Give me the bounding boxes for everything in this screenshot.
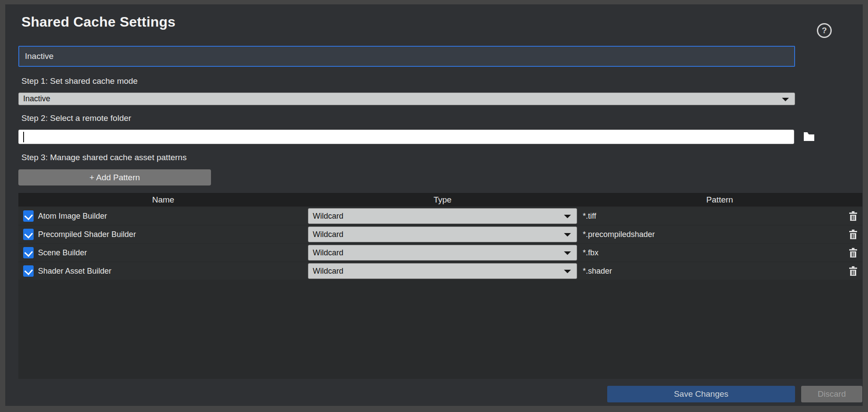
cache-mode-select-value: Inactive bbox=[23, 94, 50, 103]
row-checkbox[interactable] bbox=[23, 265, 34, 277]
patterns-table-header: Name Type Pattern bbox=[18, 193, 862, 206]
row-type-value: Wildcard bbox=[313, 267, 343, 276]
column-header-type: Type bbox=[308, 193, 577, 206]
row-type-select[interactable]: Wildcard bbox=[308, 245, 577, 261]
row-name: Atom Image Builder bbox=[38, 207, 107, 225]
row-type-select[interactable]: Wildcard bbox=[308, 263, 577, 279]
table-row: Scene Builder Wildcard *.fbx bbox=[18, 244, 862, 261]
delete-row-button[interactable] bbox=[847, 247, 859, 258]
cache-mode-value: Inactive bbox=[25, 52, 53, 61]
row-checkbox[interactable] bbox=[23, 229, 34, 240]
step1-label: Step 1: Set shared cache mode bbox=[21, 76, 138, 86]
row-pattern: *.tiff bbox=[583, 207, 596, 225]
row-name: Scene Builder bbox=[38, 244, 87, 261]
question-mark-icon: ? bbox=[822, 26, 827, 35]
discard-button[interactable]: Discard bbox=[801, 386, 862, 402]
shared-cache-settings-window: Shared Cache Settings ? Inactive Step 1:… bbox=[0, 0, 868, 412]
row-type-select[interactable]: Wildcard bbox=[308, 227, 577, 242]
chevron-down-icon bbox=[564, 215, 571, 218]
chevron-down-icon bbox=[564, 251, 571, 255]
step2-label: Step 2: Select a remote folder bbox=[21, 113, 131, 123]
page-title: Shared Cache Settings bbox=[21, 14, 176, 30]
row-name: Precompiled Shader Builder bbox=[38, 226, 136, 243]
chevron-down-icon bbox=[782, 98, 789, 101]
delete-row-button[interactable] bbox=[847, 211, 859, 221]
row-checkbox[interactable] bbox=[23, 210, 34, 222]
trash-icon bbox=[849, 230, 858, 239]
row-pattern: *.fbx bbox=[583, 244, 598, 261]
delete-row-button[interactable] bbox=[847, 229, 859, 240]
settings-panel: Shared Cache Settings ? Inactive Step 1:… bbox=[5, 4, 863, 406]
row-pattern: *.precompiledshader bbox=[583, 226, 655, 243]
browse-folder-button[interactable] bbox=[803, 131, 815, 142]
row-type-value: Wildcard bbox=[313, 230, 343, 239]
text-cursor bbox=[23, 132, 24, 142]
trash-icon bbox=[849, 248, 858, 258]
row-checkbox[interactable] bbox=[23, 247, 34, 258]
row-type-select[interactable]: Wildcard bbox=[308, 208, 577, 224]
chevron-down-icon bbox=[564, 270, 571, 273]
delete-row-button[interactable] bbox=[847, 266, 859, 276]
add-pattern-button[interactable]: + Add Pattern bbox=[18, 169, 211, 185]
table-row: Atom Image Builder Wildcard *.tiff bbox=[18, 207, 862, 225]
trash-icon bbox=[849, 266, 858, 276]
help-button[interactable]: ? bbox=[817, 23, 832, 38]
table-row: Shader Asset Builder Wildcard *.shader bbox=[18, 262, 862, 280]
save-changes-button[interactable]: Save Changes bbox=[607, 386, 795, 402]
row-type-value: Wildcard bbox=[313, 248, 343, 258]
table-row: Precompiled Shader Builder Wildcard *.pr… bbox=[18, 226, 862, 243]
row-type-value: Wildcard bbox=[313, 212, 343, 221]
column-header-pattern: Pattern bbox=[577, 193, 862, 206]
trash-icon bbox=[849, 211, 858, 221]
cache-mode-select[interactable]: Inactive bbox=[18, 93, 795, 105]
folder-icon bbox=[803, 132, 815, 141]
row-name: Shader Asset Builder bbox=[38, 262, 111, 280]
patterns-table: Name Type Pattern Atom Image Builder Wil… bbox=[18, 193, 862, 379]
step3-label: Step 3: Manage shared cache asset patter… bbox=[21, 153, 187, 162]
row-pattern: *.shader bbox=[583, 262, 612, 280]
remote-folder-input[interactable] bbox=[18, 130, 794, 144]
cache-mode-focused-field[interactable]: Inactive bbox=[18, 46, 795, 67]
chevron-down-icon bbox=[564, 233, 571, 237]
column-header-name: Name bbox=[18, 193, 308, 206]
